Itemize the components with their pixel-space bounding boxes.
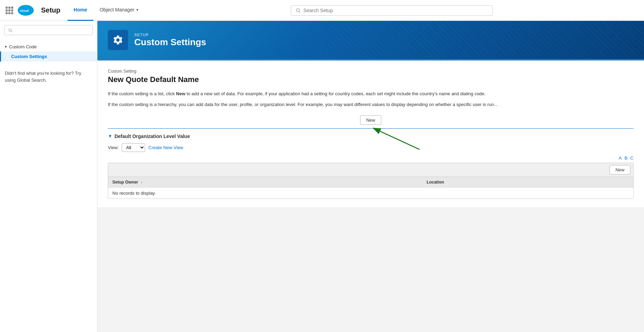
expand-arrow-icon: ▾ [5, 44, 7, 49]
section-divider [108, 128, 634, 129]
view-row: View: All Create New View [108, 143, 634, 152]
svg-text:cloud: cloud [20, 9, 29, 13]
nav-tabs: Home Object Manager ▾ [67, 0, 145, 21]
sidebar-item-custom-settings[interactable]: Custom Settings [0, 51, 97, 62]
content-panel: Custom Setting New Quote Default Name If… [97, 59, 644, 207]
sidebar-search-input[interactable]: custom setting [15, 27, 89, 33]
collapsible-arrow-icon: ▼ [108, 133, 112, 139]
data-table: Setup Owner ↑ Location No records to dis… [108, 177, 633, 199]
page-main-title: New Quote Default Name [108, 75, 634, 84]
page-banner: SETUP Custom Settings [97, 21, 644, 59]
table-wrapper: New Setup Owner ↑ Location [108, 163, 634, 199]
col-location: Location [422, 177, 633, 188]
top-navigation: cloud Setup Home Object Manager ▾ [0, 0, 644, 21]
svg-line-3 [299, 11, 300, 13]
new-button-table[interactable]: New [610, 165, 630, 175]
salesforce-logo: cloud [17, 5, 34, 16]
pagination-a[interactable]: A [619, 155, 622, 161]
table-toolbar: New [108, 163, 633, 177]
collapsible-section-header[interactable]: ▼ Default Organization Level Value [108, 133, 634, 139]
tab-object-manager[interactable]: Object Manager ▾ [93, 0, 145, 21]
sidebar-search-box: custom setting [4, 25, 93, 35]
new-button-container: New [108, 115, 634, 125]
chevron-down-icon: ▾ [136, 8, 138, 12]
description-text-2: If the custom setting is a hierarchy, yo… [108, 101, 634, 108]
table-header-row: Setup Owner ↑ Location [108, 177, 633, 188]
search-setup-input[interactable] [303, 8, 488, 13]
new-button-top[interactable]: New [360, 115, 381, 125]
svg-point-4 [9, 29, 11, 31]
view-label: View: [108, 145, 119, 150]
banner-pattern [316, 21, 644, 59]
collapsible-section: ▼ Default Organization Level Value View:… [108, 133, 634, 199]
gear-icon [112, 34, 124, 46]
col-setup-owner[interactable]: Setup Owner ↑ [108, 177, 422, 188]
sort-icon: ↑ [141, 180, 142, 184]
sidebar-section-custom-code: ▾ Custom Code Custom Settings [0, 39, 97, 64]
pagination-row: A B C [108, 155, 634, 161]
banner-label: SETUP [134, 33, 206, 37]
pagination-b[interactable]: B [625, 155, 628, 161]
tab-home[interactable]: Home [67, 0, 94, 21]
create-new-view-link[interactable]: Create New View [149, 145, 183, 150]
no-records-row: No records to display. [108, 187, 633, 199]
sidebar-section-header[interactable]: ▾ Custom Code [0, 42, 97, 51]
search-icon [295, 8, 301, 13]
search-bar-wrapper [145, 5, 638, 16]
section-breadcrumb: Custom Setting [108, 69, 634, 74]
sidebar-search-icon [8, 28, 13, 33]
setup-icon-box [108, 30, 128, 50]
sidebar: custom setting ▾ Custom Code Custom Sett… [0, 21, 97, 332]
banner-title: Custom Settings [134, 37, 206, 48]
pagination-c[interactable]: C [630, 155, 634, 161]
description-text-1: If the custom setting is a list, click N… [108, 90, 634, 98]
view-select[interactable]: All [122, 143, 145, 152]
svg-line-5 [11, 31, 12, 32]
main-layout: custom setting ▾ Custom Code Custom Sett… [0, 21, 644, 332]
svg-point-2 [296, 8, 299, 11]
banner-text-block: SETUP Custom Settings [134, 33, 206, 48]
search-bar [291, 5, 493, 16]
new-button-row: New [108, 115, 634, 125]
main-content: SETUP Custom Settings Custom Setting New… [97, 21, 644, 332]
app-launcher-icon[interactable] [6, 7, 13, 14]
sidebar-not-found-text: Didn't find what you're looking for? Try… [0, 64, 97, 89]
setup-title: Setup [41, 6, 61, 14]
no-records-text: No records to display. [108, 187, 633, 199]
